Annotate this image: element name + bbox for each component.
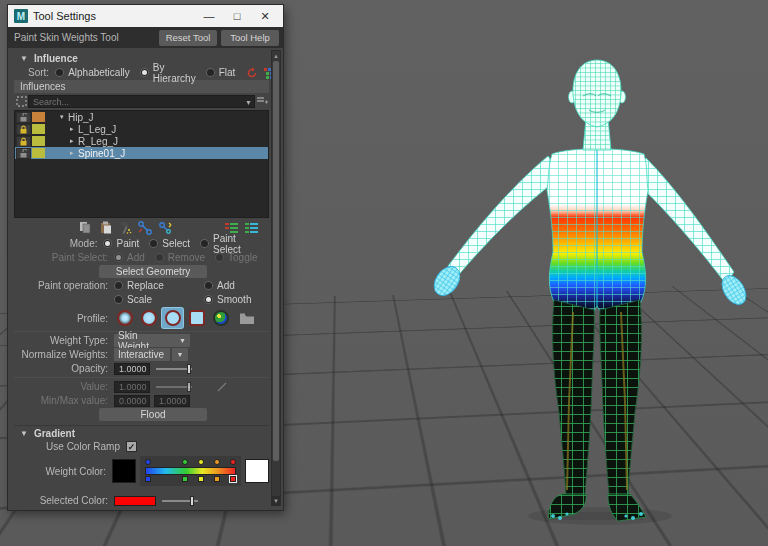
square-brush-icon	[189, 310, 205, 326]
sort-by-hierarchy-radio[interactable]: By Hierarchy	[140, 62, 196, 84]
mode-label: Mode:	[14, 238, 103, 249]
weight-color-max-swatch[interactable]	[245, 459, 269, 483]
mode-select-radio[interactable]: Select	[149, 238, 190, 249]
hammer-weights-icon[interactable]	[118, 221, 132, 235]
selected-color-slider[interactable]	[162, 495, 198, 507]
brush-profile-soft[interactable]	[114, 308, 135, 328]
noise-brush-icon	[213, 310, 229, 326]
expand-arrow-icon[interactable]: ▾	[60, 113, 68, 121]
influence-row-spine01-j[interactable]: ▸ Spine01_J	[15, 147, 268, 159]
brush-profile-solid[interactable]	[162, 308, 183, 328]
influences-tree[interactable]: ▾ Hip_J ▸ L_Leg_J ▸ R_Leg_J	[14, 110, 269, 218]
value-label: Value:	[14, 381, 114, 392]
refresh-icon[interactable]	[245, 66, 259, 80]
use-color-ramp-label: Use Color Ramp	[14, 441, 126, 452]
ramp-interp-red-selected[interactable]	[230, 476, 236, 482]
sort-flat-radio[interactable]: Flat	[206, 67, 236, 78]
panel-scrollbar[interactable]: ▲ ▼	[271, 50, 281, 506]
selected-color-slider-handle[interactable]	[190, 496, 194, 506]
gradient-section-title: Gradient	[34, 428, 75, 439]
expand-arrow-icon[interactable]: ▸	[70, 125, 78, 133]
influence-color-swatch[interactable]	[32, 124, 45, 134]
radio-icon	[149, 239, 158, 248]
normalize-dropdown-caret-icon[interactable]: ▼	[172, 348, 188, 361]
expand-arrow-icon[interactable]: ▸	[70, 137, 78, 145]
window-titlebar[interactable]: M Tool Settings — □ ✕	[8, 5, 283, 27]
brush-profile-noise[interactable]	[210, 308, 231, 328]
ramp-handle-green[interactable]	[182, 459, 188, 465]
radio-icon	[204, 295, 213, 304]
sort-label: Sort:	[28, 67, 49, 78]
paste-weights-icon[interactable]	[98, 221, 112, 235]
paint-op-replace-radio[interactable]: Replace	[114, 280, 194, 291]
ramp-handle-blue[interactable]	[145, 459, 151, 465]
color-ramp-widget[interactable]	[140, 456, 242, 486]
radio-icon	[206, 68, 215, 77]
tool-help-button[interactable]: Tool Help	[221, 30, 279, 46]
ramp-gradient-bar[interactable]	[145, 467, 237, 475]
influence-row-r-leg-j[interactable]: ▸ R_Leg_J	[15, 135, 268, 147]
rotate-joints-icon[interactable]	[158, 221, 172, 235]
use-color-ramp-checkbox[interactable]: ✓	[126, 441, 137, 452]
flag-icon[interactable]	[281, 66, 283, 80]
influence-color-swatch[interactable]	[32, 136, 45, 146]
weight-type-dropdown[interactable]: Skin Weight ▼	[114, 334, 190, 347]
radio-icon	[103, 239, 112, 248]
chevron-down-icon: ▼	[171, 337, 186, 344]
opacity-slider[interactable]	[156, 363, 192, 375]
brush-profile-medium[interactable]	[138, 308, 159, 328]
minimize-button[interactable]: —	[195, 6, 223, 26]
weight-type-label: Weight Type:	[14, 335, 114, 346]
add-influence-icon[interactable]	[255, 95, 269, 109]
selected-color-swatch[interactable]	[114, 496, 156, 506]
mode-paint-radio[interactable]: Paint	[103, 238, 139, 249]
influence-color-swatch[interactable]	[32, 148, 45, 158]
copy-weights-icon[interactable]	[78, 221, 92, 235]
paint-op-add-radio[interactable]: Add	[204, 280, 235, 291]
unlock-icon[interactable]	[16, 112, 31, 123]
search-input[interactable]	[28, 95, 255, 108]
weight-color-min-swatch[interactable]	[112, 459, 136, 483]
paint-select-add-radio: Add	[114, 252, 145, 263]
scroll-down-icon[interactable]: ▼	[272, 496, 280, 505]
flood-button[interactable]: Flood	[99, 408, 207, 421]
unlock-icon[interactable]	[16, 148, 31, 159]
solid-brush-icon	[165, 310, 181, 326]
radio-icon	[114, 295, 123, 304]
influence-color-swatch[interactable]	[32, 112, 45, 122]
ramp-handle-red[interactable]	[230, 459, 236, 465]
scrollbar-thumb[interactable]	[273, 61, 279, 461]
move-joints-icon[interactable]	[138, 221, 152, 235]
scroll-up-icon[interactable]: ▲	[272, 51, 280, 60]
ramp-interp-orange[interactable]	[214, 476, 220, 482]
ramp-handle-orange[interactable]	[214, 459, 220, 465]
reset-tool-button[interactable]: Reset Tool	[159, 30, 217, 46]
select-geometry-button[interactable]: Select Geometry	[99, 265, 207, 278]
ramp-interp-yellow[interactable]	[198, 476, 204, 482]
search-dropdown-caret-icon[interactable]: ▼	[245, 99, 252, 106]
influence-row-hip-j[interactable]: ▾ Hip_J	[15, 111, 268, 123]
normalize-weights-dropdown[interactable]: Interactive	[114, 348, 170, 361]
marquee-select-icon[interactable]	[14, 95, 28, 109]
gradient-section-header[interactable]: ▼ Gradient	[14, 425, 269, 439]
expand-arrow-icon[interactable]: ▸	[70, 149, 78, 157]
lock-icon[interactable]	[16, 124, 31, 135]
close-button[interactable]: ✕	[251, 6, 279, 26]
paint-op-scale-radio[interactable]: Scale	[114, 294, 194, 305]
opacity-slider-handle[interactable]	[187, 364, 191, 374]
radio-icon	[155, 253, 164, 262]
ramp-interp-green[interactable]	[182, 476, 188, 482]
sort-alphabetically-radio[interactable]: Alphabetically	[55, 67, 130, 78]
ramp-interp-blue[interactable]	[145, 476, 151, 482]
character-body	[429, 60, 751, 525]
maximize-button[interactable]: □	[223, 6, 251, 26]
lock-icon[interactable]	[16, 136, 31, 147]
influence-row-l-leg-j[interactable]: ▸ L_Leg_J	[15, 123, 268, 135]
browse-map-icon[interactable]	[240, 311, 254, 325]
ramp-handle-yellow[interactable]	[198, 459, 204, 465]
brush-profile-square[interactable]	[186, 308, 207, 328]
paint-op-smooth-radio[interactable]: Smooth	[204, 294, 251, 305]
opacity-input[interactable]: 1.0000	[114, 363, 150, 375]
paint-operation-label: Paint operation:	[14, 280, 114, 291]
tool-settings-window: M Tool Settings — □ ✕ Paint Skin Weights…	[8, 5, 283, 510]
